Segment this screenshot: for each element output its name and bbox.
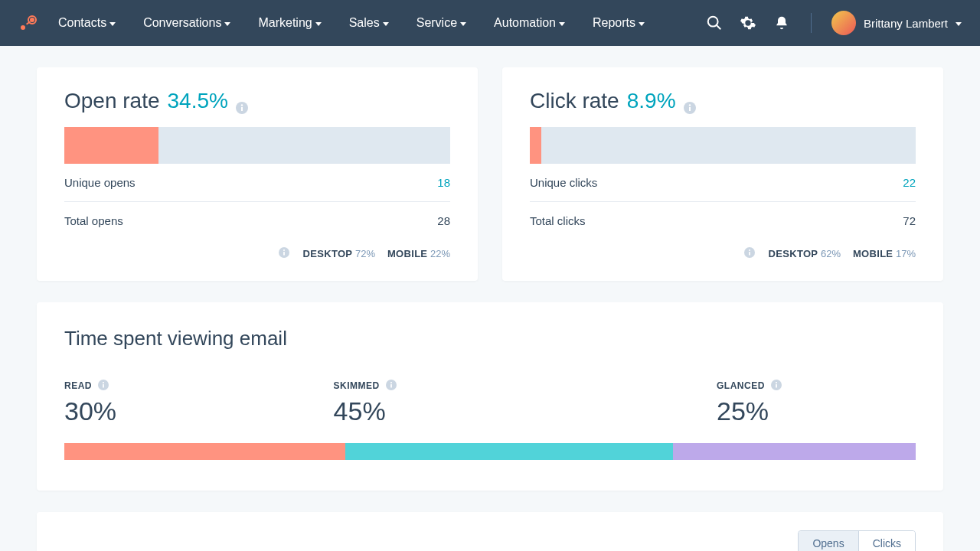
- total-clicks-value: 72: [903, 214, 916, 227]
- unique-opens-row: Unique opens 18: [64, 164, 450, 201]
- nav-sales[interactable]: Sales: [349, 16, 389, 30]
- open-rate-card: Open rate 34.5% Unique opens 18 Total op…: [37, 67, 478, 281]
- click-device-row: DESKTOP 62% MOBILE 17%: [530, 247, 916, 259]
- read-label-text: READ: [64, 380, 92, 391]
- svg-rect-10: [283, 252, 285, 255]
- skim-label-text: SKIMMED: [334, 380, 380, 391]
- nav-label: Automation: [494, 16, 556, 30]
- svg-point-23: [390, 382, 392, 383]
- total-clicks-row: Total clicks 72: [530, 201, 916, 240]
- time-col-skim: SKIMMED 45%: [320, 380, 703, 426]
- time-col-glance: GLANCED 25%: [703, 380, 916, 426]
- svg-point-4: [708, 17, 718, 27]
- svg-line-5: [717, 25, 721, 30]
- chevron-down-icon: [559, 22, 565, 26]
- open-device-row: DESKTOP 72% MOBILE 22%: [64, 247, 450, 259]
- nav-label: Service: [416, 16, 457, 30]
- toggle-opens[interactable]: Opens: [799, 531, 858, 551]
- unique-clicks-value: 22: [903, 176, 916, 189]
- time-spent-card: Time spent viewing email READ 30% SKIMME…: [37, 302, 943, 491]
- time-bar-skim: [345, 443, 673, 460]
- toggle-clicks[interactable]: Clicks: [858, 531, 915, 551]
- glance-label: GLANCED: [717, 380, 916, 392]
- search-icon[interactable]: [705, 14, 724, 32]
- desktop-label: DESKTOP: [769, 248, 818, 259]
- nav-label: Contacts: [58, 16, 106, 30]
- time-bar: [64, 443, 916, 460]
- glance-value: 25%: [717, 396, 916, 426]
- desktop-pct: 62%: [821, 248, 841, 259]
- divider: [811, 13, 812, 33]
- info-icon[interactable]: [279, 247, 291, 259]
- info-icon[interactable]: [386, 380, 398, 392]
- svg-point-20: [103, 382, 104, 383]
- desktop-label: DESKTOP: [303, 248, 353, 259]
- avatar: [831, 11, 856, 35]
- time-bar-glance: [673, 443, 916, 460]
- skim-label: SKIMMED: [334, 380, 703, 392]
- time-spent-title: Time spent viewing email: [64, 327, 916, 350]
- click-rate-value: 8.9%: [627, 89, 676, 113]
- open-rate-value: 34.5%: [168, 89, 228, 113]
- nav-service[interactable]: Service: [416, 16, 466, 30]
- nav-contacts[interactable]: Contacts: [58, 16, 116, 30]
- nav-marketing[interactable]: Marketing: [258, 16, 321, 30]
- info-icon[interactable]: [98, 380, 110, 392]
- svg-rect-22: [390, 384, 392, 387]
- activity-card: Opens Clicks: [37, 512, 943, 551]
- svg-rect-13: [689, 107, 691, 111]
- read-value: 30%: [64, 396, 320, 426]
- chevron-down-icon: [315, 22, 322, 26]
- nav-items: Contacts Conversations Marketing Sales S…: [58, 16, 705, 30]
- unique-clicks-row: Unique clicks 22: [530, 164, 916, 201]
- time-cols: READ 30% SKIMMED 45% GLANCED 25%: [64, 380, 916, 426]
- nav-reports[interactable]: Reports: [593, 16, 645, 30]
- chevron-down-icon: [956, 22, 962, 26]
- gear-icon[interactable]: [739, 14, 757, 32]
- bell-icon[interactable]: [773, 14, 791, 32]
- user-menu[interactable]: Brittany Lambert: [831, 11, 962, 35]
- nav-label: Sales: [349, 16, 380, 30]
- info-icon[interactable]: [684, 95, 696, 107]
- svg-rect-25: [776, 384, 777, 387]
- open-rate-title: Open rate 34.5%: [64, 89, 450, 113]
- open-rate-bar-fill: [64, 127, 158, 164]
- read-label: READ: [64, 380, 320, 392]
- svg-point-26: [776, 382, 777, 383]
- chevron-down-icon: [383, 22, 389, 26]
- nav-label: Conversations: [143, 16, 221, 30]
- nav-label: Marketing: [258, 16, 312, 30]
- info-icon[interactable]: [236, 95, 248, 107]
- info-icon[interactable]: [771, 380, 783, 392]
- unique-opens-label: Unique opens: [64, 176, 136, 189]
- chevron-down-icon: [639, 22, 645, 26]
- top-nav: Contacts Conversations Marketing Sales S…: [0, 0, 980, 46]
- mobile-label: MOBILE: [853, 248, 893, 259]
- click-rate-title: Click rate 8.9%: [530, 89, 916, 113]
- logo-icon[interactable]: [18, 14, 37, 32]
- mobile-pct: 17%: [896, 248, 916, 259]
- total-clicks-label: Total clicks: [530, 214, 586, 227]
- svg-point-1: [30, 18, 34, 22]
- svg-rect-19: [103, 384, 104, 387]
- nav-automation[interactable]: Automation: [494, 16, 565, 30]
- mobile-label: MOBILE: [387, 248, 427, 259]
- total-opens-value: 28: [437, 214, 450, 227]
- unique-opens-value: 18: [437, 176, 450, 189]
- user-name: Brittany Lambert: [864, 17, 948, 30]
- click-rate-bar-fill: [530, 127, 541, 164]
- click-rate-bar: [530, 127, 916, 164]
- desktop-pct: 72%: [355, 248, 375, 259]
- mobile-pct: 22%: [430, 248, 450, 259]
- nav-conversations[interactable]: Conversations: [143, 16, 230, 30]
- svg-point-17: [749, 249, 750, 251]
- unique-clicks-label: Unique clicks: [530, 176, 597, 189]
- svg-rect-16: [749, 252, 750, 255]
- chevron-down-icon: [109, 22, 116, 26]
- open-rate-bar: [64, 127, 450, 164]
- open-rate-title-text: Open rate: [64, 89, 160, 113]
- activity-title: [64, 533, 70, 551]
- svg-point-8: [241, 104, 243, 106]
- skim-value: 45%: [334, 396, 703, 426]
- info-icon[interactable]: [744, 247, 756, 259]
